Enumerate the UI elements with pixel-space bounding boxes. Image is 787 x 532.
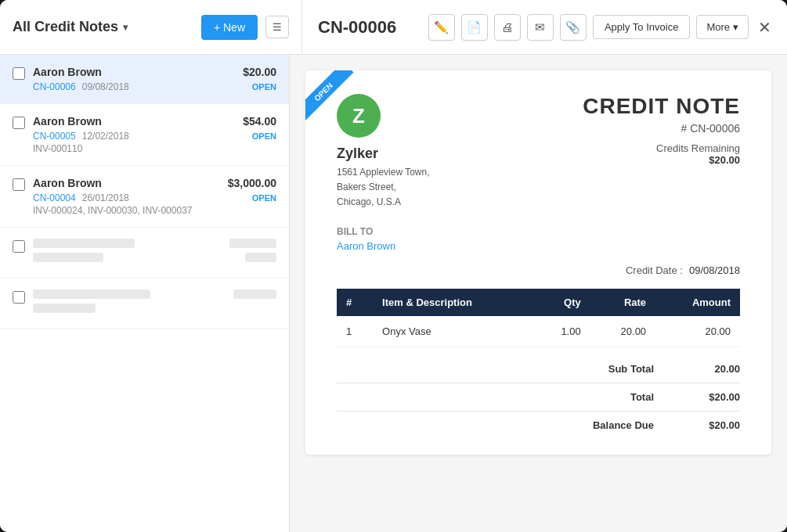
item-name: Aaron Brown: [33, 115, 102, 128]
skeleton-content: [33, 239, 276, 267]
balance-due-row: Balance Due $20.00: [521, 419, 740, 431]
total-row: Total $20.00: [521, 391, 740, 403]
item-amount: $54.00: [243, 115, 276, 128]
item-header: Aaron Brown $54.00: [33, 115, 276, 128]
chevron-down-icon: ▾: [123, 22, 128, 33]
email-button[interactable]: ✉: [527, 14, 554, 41]
edit-icon: ✏️: [434, 20, 449, 34]
left-panel: Aaron Brown $20.00 CN-00006 09/08/2018 O…: [0, 55, 290, 532]
attachment-button[interactable]: 📎: [560, 14, 587, 41]
item-content: Aaron Brown $3,000.00 CN-00004 26/01/201…: [33, 177, 276, 216]
apply-to-invoice-button[interactable]: Apply To Invoice: [593, 15, 690, 39]
list-item[interactable]: Aaron Brown $3,000.00 CN-00004 26/01/201…: [0, 166, 289, 228]
item-name: Aaron Brown: [33, 177, 102, 189]
status-badge: OPEN: [252, 193, 276, 203]
item-name: Aaron Brown: [33, 66, 102, 78]
list-item[interactable]: Aaron Brown $54.00 CN-00005 12/02/2018 O…: [0, 104, 289, 166]
apply-to-invoice-label: Apply To Invoice: [605, 21, 678, 33]
skeleton-amount: [233, 289, 276, 299]
total-label: Total: [521, 391, 654, 403]
list-item[interactable]: Aaron Brown $20.00 CN-00006 09/08/2018 O…: [0, 55, 289, 104]
skeleton-meta: [33, 253, 103, 262]
attachment-icon: 📎: [565, 20, 580, 34]
item-id: CN-00005: [33, 131, 76, 142]
credits-remaining-block: Credits Remaining $20.00: [583, 142, 740, 166]
print-icon: 🖨: [501, 20, 513, 34]
subtotal-row: Sub Total 20.00: [521, 363, 740, 375]
right-panel: Open Z Zylker 1561 Appleview Town, Baker…: [290, 55, 787, 532]
top-bar-right: CN-00006 ✏️ 📄 🖨 ✉ 📎 Apply To Invoice Mor…: [302, 14, 774, 41]
edit-button[interactable]: ✏️: [428, 14, 455, 41]
skeleton-item: [0, 279, 289, 329]
item-content: Aaron Brown $20.00 CN-00006 09/08/2018 O…: [33, 66, 276, 92]
hamburger-icon: ☰: [273, 21, 282, 33]
credits-remaining-value: $20.00: [583, 154, 740, 166]
credit-note-document: Open Z Zylker 1561 Appleview Town, Baker…: [305, 70, 771, 455]
item-date: 26/01/2018: [82, 192, 129, 203]
divider: [337, 383, 740, 383]
col-rate: Rate: [590, 289, 655, 316]
skeleton-status: [245, 253, 276, 262]
address-line3: Chicago, U.S.A: [337, 196, 401, 207]
app-window: All Credit Notes ▾ + New ☰ CN-00006 ✏️ 📄…: [0, 0, 787, 532]
skeleton-row: [33, 253, 276, 262]
credit-date-label: Credit Date :: [626, 264, 683, 276]
subtotal-label: Sub Total: [521, 363, 654, 375]
item-meta-left: CN-00005 12/02/2018: [33, 131, 129, 142]
row-num: 1: [337, 316, 373, 347]
item-meta-left: CN-00004 26/01/2018: [33, 192, 129, 203]
menu-button[interactable]: ☰: [265, 16, 289, 38]
item-sub: INV-000110: [33, 143, 276, 154]
top-bar: All Credit Notes ▾ + New ☰ CN-00006 ✏️ 📄…: [0, 0, 787, 55]
credits-remaining-label: Credits Remaining: [583, 142, 740, 154]
email-icon: ✉: [535, 20, 545, 34]
item-date: 12/02/2018: [82, 131, 129, 142]
item-checkbox[interactable]: [13, 240, 25, 253]
status-badge: OPEN: [252, 131, 276, 141]
item-meta-left: CN-00006 09/08/2018: [33, 81, 129, 92]
invoice-id-title: CN-00006: [318, 17, 422, 38]
new-button[interactable]: + New: [201, 15, 258, 40]
col-qty: Qty: [533, 289, 590, 316]
balance-due-value: $20.00: [685, 419, 740, 431]
total-value: $20.00: [685, 391, 740, 403]
item-amount: $3,000.00: [228, 177, 276, 189]
col-num: #: [337, 289, 373, 316]
doc-title-block: CREDIT NOTE # CN-00006 Credits Remaining…: [583, 94, 740, 166]
item-checkbox[interactable]: [13, 178, 25, 191]
new-button-label: + New: [214, 21, 245, 34]
bill-to-section: Bill To Aaron Brown: [337, 226, 740, 252]
address-line2: Bakers Street,: [337, 182, 396, 192]
close-button[interactable]: ✕: [755, 15, 774, 40]
item-meta: CN-00006 09/08/2018 OPEN: [33, 81, 276, 92]
doc-header: Z Zylker 1561 Appleview Town, Bakers Str…: [337, 94, 740, 210]
ribbon-label: Open: [305, 70, 354, 122]
top-bar-left: All Credit Notes ▾ + New ☰: [13, 0, 302, 54]
open-ribbon: Open: [305, 70, 368, 133]
doc-number: # CN-00006: [583, 122, 740, 135]
company-address: 1561 Appleview Town, Bakers Street, Chic…: [337, 165, 430, 210]
item-checkbox[interactable]: [13, 67, 25, 80]
skeleton-meta: [33, 304, 96, 313]
print-button[interactable]: 🖨: [494, 14, 521, 41]
skeleton-content: [33, 289, 276, 318]
col-amount: Amount: [655, 289, 740, 316]
col-description: Item & Description: [373, 289, 533, 316]
main-content: Aaron Brown $20.00 CN-00006 09/08/2018 O…: [0, 55, 787, 532]
items-table: # Item & Description Qty Rate Amount 1 O…: [337, 289, 740, 347]
address-line1: 1561 Appleview Town,: [337, 167, 430, 178]
skeleton-row: [33, 239, 276, 248]
pdf-button[interactable]: 📄: [461, 14, 488, 41]
item-checkbox[interactable]: [13, 291, 25, 304]
more-button[interactable]: More ▾: [696, 15, 749, 39]
doc-title: CREDIT NOTE: [583, 94, 740, 119]
skeleton-item: [0, 228, 289, 279]
more-chevron-icon: ▾: [733, 21, 738, 33]
item-id: CN-00006: [33, 81, 76, 92]
skeleton-row: [33, 304, 276, 313]
item-checkbox[interactable]: [13, 117, 25, 129]
table-row: 1 Onyx Vase 1.00 20.00 20.00: [337, 316, 740, 347]
bill-to-name: Aaron Brown: [337, 240, 740, 252]
skeleton-name: [33, 289, 150, 299]
all-credit-notes-button[interactable]: All Credit Notes ▾: [13, 19, 128, 35]
